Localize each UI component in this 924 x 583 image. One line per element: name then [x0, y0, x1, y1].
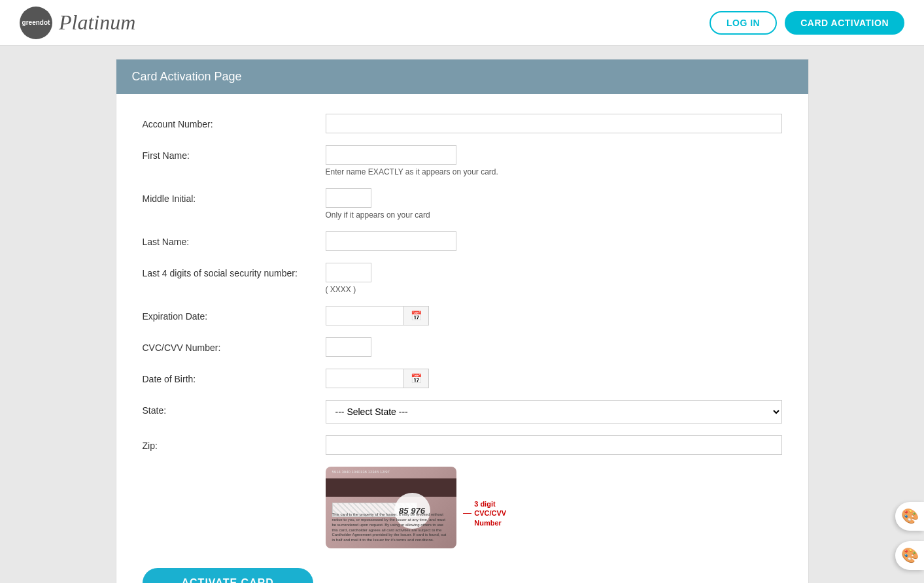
first-name-input[interactable]	[326, 145, 456, 165]
account-number-label: Account Number:	[143, 114, 326, 129]
card-magnetic-strip	[326, 478, 456, 497]
state-select[interactable]: --- Select State --- Alabama Alaska Ariz…	[326, 400, 782, 424]
main-content: Card Activation Page Account Number: Fir…	[103, 59, 822, 583]
state-label: State:	[143, 400, 326, 416]
first-name-hint: Enter name EXACTLY as it appears on your…	[326, 167, 782, 176]
cvv-input[interactable]	[326, 337, 371, 357]
middle-initial-label: Middle Initial:	[143, 188, 326, 204]
card-activation-nav-button[interactable]: CARD ACTIVATION	[785, 11, 904, 35]
cvv-row: CVC/CVV Number:	[143, 337, 782, 357]
account-number-input[interactable]	[326, 114, 782, 133]
first-name-row: First Name: Enter name EXACTLY as it app…	[143, 145, 782, 176]
middle-initial-input[interactable]	[326, 188, 371, 208]
card-image-container: 5914 3940 1040138 12345 12/97 85 976 Thi…	[326, 467, 535, 548]
panel-body: Account Number: First Name: Enter name E…	[116, 94, 808, 583]
dob-field: 📅	[326, 369, 782, 388]
middle-initial-hint: Only if it appears on your card	[326, 210, 782, 220]
cvv-label: CVC/CVV Number:	[143, 337, 326, 353]
cvv-field	[326, 337, 782, 357]
logo-area: green dot Platinum	[20, 7, 135, 39]
card-panel: Card Activation Page Account Number: Fir…	[116, 59, 809, 583]
cvv-annotation: 3 digit CVC/CVV Number	[463, 499, 516, 527]
card-fine-print: This card is the property of the Issuer.…	[332, 512, 450, 543]
cvv-annotation-line	[463, 513, 472, 514]
last-name-input[interactable]	[326, 231, 456, 251]
middle-initial-row: Middle Initial: Only if it appears on yo…	[143, 188, 782, 220]
logo-icon: green dot	[20, 7, 52, 39]
account-number-field	[326, 114, 782, 133]
first-name-field: Enter name EXACTLY as it appears on your…	[326, 145, 782, 176]
ssn-hint: ( XXXX )	[326, 285, 782, 294]
expiration-date-input-wrap: 📅	[326, 306, 782, 325]
cvv-annotation-text: 3 digit CVC/CVV Number	[474, 499, 515, 527]
zip-field	[326, 435, 782, 455]
dob-label: Date of Birth:	[143, 369, 326, 384]
floating-widget-bottom[interactable]: 🎨	[895, 541, 924, 570]
panel-header: Card Activation Page	[116, 59, 808, 94]
expiration-date-row: Expiration Date: 📅	[143, 306, 782, 325]
first-name-label: First Name:	[143, 145, 326, 161]
last-name-field	[326, 231, 782, 251]
middle-initial-field: Only if it appears on your card	[326, 188, 782, 220]
ssn-field: ( XXXX )	[326, 263, 782, 294]
activate-button-wrap: ACTIVATE CARD	[143, 555, 782, 583]
zip-label: Zip:	[143, 435, 326, 451]
card-back-visual: 5914 3940 1040138 12345 12/97 85 976 Thi…	[326, 467, 456, 548]
dob-calendar-button[interactable]: 📅	[404, 369, 429, 388]
zip-input[interactable]	[326, 435, 782, 455]
expiration-date-input[interactable]	[326, 306, 404, 325]
dob-row: Date of Birth: 📅	[143, 369, 782, 388]
dob-input-wrap: 📅	[326, 369, 782, 388]
last-name-label: Last Name:	[143, 231, 326, 247]
expiration-date-calendar-button[interactable]: 📅	[404, 306, 429, 325]
zip-row: Zip:	[143, 435, 782, 455]
account-number-row: Account Number:	[143, 114, 782, 133]
header-buttons: LOG IN CARD ACTIVATION	[710, 11, 904, 35]
ssn-label: Last 4 digits of social security number:	[143, 263, 326, 278]
ssn-row: Last 4 digits of social security number:…	[143, 263, 782, 294]
login-button[interactable]: LOG IN	[710, 11, 777, 35]
last-name-row: Last Name:	[143, 231, 782, 251]
ssn-input[interactable]	[326, 263, 371, 282]
card-number-preview: 5914 3940 1040138 12345 12/97	[332, 470, 390, 474]
floating-widget-top[interactable]: 🎨	[895, 502, 924, 531]
expiration-date-field: 📅	[326, 306, 782, 325]
expiration-date-label: Expiration Date:	[143, 306, 326, 322]
activate-card-button[interactable]: ACTIVATE CARD	[143, 568, 313, 583]
header: green dot Platinum LOG IN CARD ACTIVATIO…	[0, 0, 924, 46]
state-field: --- Select State --- Alabama Alaska Ariz…	[326, 400, 782, 424]
panel-title: Card Activation Page	[132, 70, 242, 83]
card-visual-wrap: 5914 3940 1040138 12345 12/97 85 976 Thi…	[326, 467, 456, 548]
state-row: State: --- Select State --- Alabama Alas…	[143, 400, 782, 424]
logo-text: Platinum	[59, 10, 135, 35]
dob-input[interactable]	[326, 369, 404, 388]
